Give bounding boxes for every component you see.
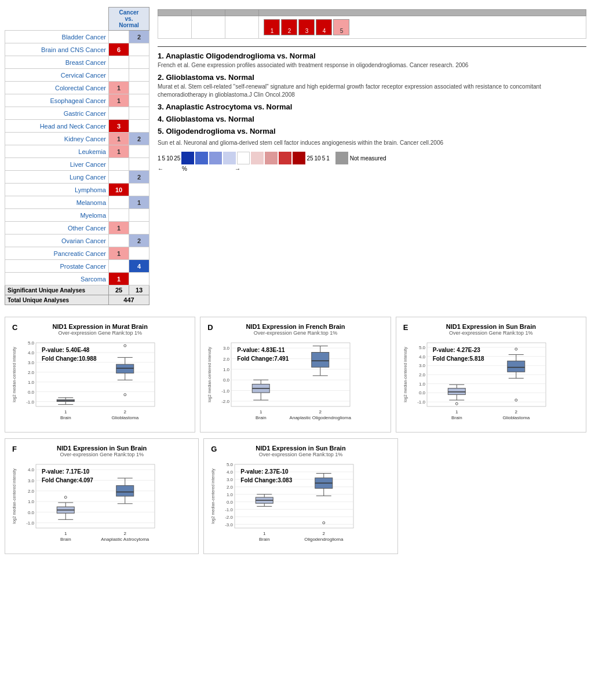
total-value: 447 [109, 295, 149, 305]
svg-text:1.0: 1.0 [28, 499, 35, 504]
heat-cell: 4 [316, 19, 332, 35]
legend-item: 3. Anaplastic Astrocytoma vs. Normal [158, 102, 586, 111]
svg-text:1.0: 1.0 [28, 380, 35, 385]
cancer-cell: 2 [129, 31, 149, 43]
cancer-cell: 1 [109, 94, 129, 107]
cancer-cell: 1 [129, 196, 149, 209]
svg-text:Brain: Brain [259, 537, 270, 542]
svg-rect-123 [116, 486, 134, 496]
chart-plot-area: -1.00.01.02.03.04.05.012BrainGlioblastom… [401, 337, 581, 426]
cancer-cell [129, 120, 149, 133]
chart-label: C [12, 323, 17, 332]
cancer-name[interactable]: Esophageal Cancer [5, 94, 109, 107]
chart-plot-area: -1.00.01.02.03.04.012BrainAnaplastic Ast… [10, 459, 194, 547]
svg-text:0.0: 0.0 [28, 510, 35, 515]
scale-num-25b: 25 [307, 155, 313, 162]
heat-cell: 5 [333, 19, 349, 35]
svg-text:-1.0: -1.0 [417, 400, 425, 405]
svg-text:Anaplastic Astrocytoma: Anaplastic Astrocytoma [101, 537, 149, 542]
cancer-cell [109, 260, 129, 273]
cancer-name[interactable]: Breast Cancer [5, 56, 109, 69]
cancer-cell [129, 145, 149, 158]
section-b: 12345 1. Anaplastic Oligodendroglioma vs… [155, 5, 586, 305]
cancer-name[interactable]: Sarcoma [5, 273, 109, 285]
top-section: Cancervs.Normal Bladder Cancer2Brain and… [5, 5, 586, 305]
legend-item-text: 4. Glioblastoma vs. Normal [158, 115, 586, 123]
color-scale-container: 1 5 10 25 [158, 152, 586, 172]
cancer-name[interactable]: Melanoma [5, 196, 109, 209]
cancer-name[interactable]: Colorectal Cancer [5, 82, 109, 94]
cancer-name[interactable]: Myeloma [5, 209, 109, 222]
svg-text:log2 median-centered intensity: log2 median-centered intensity [211, 468, 216, 524]
cancer-cell [129, 94, 149, 107]
svg-text:log2 median-centered intensity: log2 median-centered intensity [12, 347, 17, 402]
cancer-name[interactable]: Liver Cancer [5, 158, 109, 171]
svg-text:3.0: 3.0 [223, 346, 230, 351]
svg-text:-1.0: -1.0 [26, 400, 34, 405]
svg-text:-1.0: -1.0 [222, 389, 230, 394]
cancer-name[interactable]: Cervical Cancer [5, 69, 109, 82]
cancer-name[interactable]: Head and Neck Cancer [5, 120, 109, 133]
svg-text:1: 1 [263, 531, 266, 536]
cancer-name[interactable]: Brain and CNS Cancer [5, 43, 109, 56]
cancer-name[interactable]: Kidney Cancer [5, 133, 109, 145]
chart-subtitle: Over-expression Gene Rank:top 1% [401, 330, 581, 336]
legend-item: 5. Oligodendroglioma vs. Normal [158, 127, 586, 135]
nm-label: Not measured [350, 155, 386, 162]
cancer-name[interactable]: Lung Cancer [5, 171, 109, 184]
color-box-lightred [251, 152, 264, 164]
cancer-cell [109, 158, 129, 171]
comparison-table: 12345 [158, 9, 586, 39]
cancer-name[interactable]: Lymphoma [5, 184, 109, 196]
legend-title [158, 45, 586, 47]
svg-text:Oligodendroglioma: Oligodendroglioma [305, 537, 344, 542]
cancer-name[interactable]: Pancreatic Cancer [5, 247, 109, 260]
svg-text:Anaplastic Oligodendroglioma: Anaplastic Oligodendroglioma [290, 415, 352, 420]
cancer-cell: 1 [109, 133, 129, 145]
chart-inner: C NID1 Expression in Murat Brain Over-ex… [10, 322, 190, 426]
gene-value[interactable] [225, 16, 259, 39]
nm-box [335, 152, 348, 164]
chart-stats: P-value: 4.27E-23Fold Change:5.818 [433, 346, 484, 363]
chart-subtitle: Over-expression Gene Rank:top 1% [10, 452, 194, 457]
chart-title: NID1 Expression in Sun Brain [10, 444, 194, 452]
cancer-cell [109, 107, 129, 120]
svg-text:3.0: 3.0 [227, 477, 234, 482]
chart-plot-area: -3.0-2.0-1.00.01.02.03.04.05.012BrainOli… [209, 459, 392, 547]
heat-cells-container: 12345 [259, 16, 586, 39]
chart-plot-area: -2.0-1.00.01.02.03.012BrainAnaplastic Ol… [205, 337, 385, 426]
cancer-cell: 4 [129, 260, 149, 273]
chart-subtitle: Over-expression Gene Rank:top 1% [209, 452, 392, 457]
legend-items: 1. Anaplastic Oligodendroglioma vs. Norm… [158, 52, 586, 147]
cancer-cell [129, 222, 149, 234]
legend-item-text: 5. Oligodendroglioma vs. Normal [158, 127, 586, 135]
cancer-name[interactable]: Other Cancer [5, 222, 109, 234]
cancer-cell [129, 43, 149, 56]
cancer-cell: 2 [129, 133, 149, 145]
cancer-name[interactable]: Prostate Cancer [5, 260, 109, 273]
svg-text:Brain: Brain [60, 415, 71, 420]
cancer-name[interactable]: Ovarian Cancer [5, 234, 109, 247]
svg-rect-25 [116, 364, 134, 373]
chart-g: G NID1 Expression in Sun Brain Over-expr… [203, 438, 397, 554]
gene-header [225, 10, 259, 16]
scale-num-25a: 25 [174, 155, 180, 162]
legend-item: 1. Anaplastic Oligodendroglioma vs. Norm… [158, 52, 586, 69]
cancer-name[interactable]: Leukemia [5, 145, 109, 158]
right-arrow: → [235, 166, 240, 172]
chart-label: E [403, 323, 408, 332]
cancer-name[interactable]: Bladder Cancer [5, 31, 109, 43]
svg-text:1: 1 [260, 409, 262, 415]
significant-label: Significant Unique Analyses [5, 285, 109, 295]
chart-inner: E NID1 Expression in Sun Brain Over-expr… [401, 322, 581, 426]
svg-text:-1.0: -1.0 [225, 507, 234, 512]
color-box-medblue [209, 152, 222, 164]
charts-row-2: F NID1 Expression in Sun Brain Over-expr… [5, 438, 586, 554]
svg-text:2: 2 [124, 409, 127, 415]
scale-num-1: 1 [158, 155, 161, 162]
cancer-cell: 2 [129, 171, 149, 184]
svg-text:0.0: 0.0 [223, 378, 230, 383]
cancer-cell [129, 247, 149, 260]
cancer-name[interactable]: Gastric Cancer [5, 107, 109, 120]
chart-stats: P-value: 2.37E-10Fold Change:3.083 [240, 467, 292, 485]
